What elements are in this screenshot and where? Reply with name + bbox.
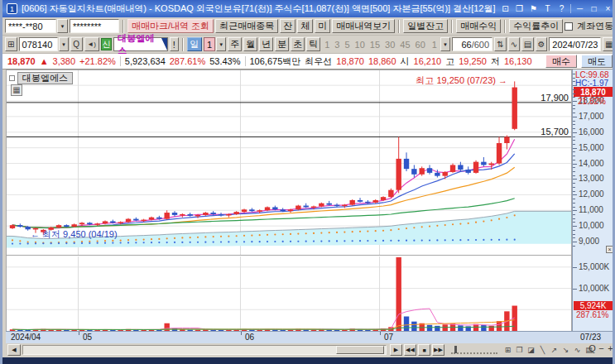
date-input[interactable]: 2024/07/23	[549, 37, 601, 51]
magnifier-icon[interactable]: Q	[589, 343, 596, 353]
rewind-button[interactable]: ◀◀	[404, 344, 416, 356]
minimize-button[interactable]: ─	[574, 4, 585, 13]
axis-tick-label: 9,000	[579, 237, 599, 246]
minute-button-2: 5	[342, 40, 352, 50]
wave-icon[interactable]: ∿	[508, 37, 521, 51]
close-button[interactable]: ×	[603, 4, 613, 13]
axis-tick	[573, 230, 575, 231]
cascade-icon[interactable]: ❐	[514, 4, 525, 13]
trade-profit-button[interactable]: 매매수익	[456, 19, 501, 33]
axis-tick	[573, 222, 575, 223]
undock-icon[interactable]: ⊡	[500, 4, 511, 13]
zoom-out-button[interactable]: −	[598, 343, 605, 353]
zoom-slider-handle[interactable]	[454, 346, 457, 353]
period-button-3[interactable]: 분	[275, 37, 289, 51]
yield-trend-button[interactable]: 수익률추이	[509, 19, 563, 33]
axis-tick	[573, 218, 575, 219]
bar-count-input[interactable]: 66/600	[452, 37, 492, 51]
volume-ratio-badge: 287.61%	[576, 310, 608, 319]
axis-tick-label: 15,000	[579, 143, 604, 152]
trade-history-button[interactable]: 매매내역보기	[332, 19, 395, 33]
trade-mark-query-button[interactable]: 매매마크/내역 조회	[127, 19, 214, 33]
period-button-1[interactable]: 월	[243, 37, 257, 51]
window-mini-icon[interactable]: ⊞	[5, 37, 17, 51]
divider	[398, 20, 400, 33]
font-icon[interactable]: T	[542, 4, 553, 13]
password-input[interactable]: ********	[70, 19, 119, 33]
help-icon[interactable]: ?	[556, 4, 567, 13]
chart-tab-label: 대봉엘에스	[17, 72, 73, 84]
divider	[245, 56, 246, 66]
unfilled-button[interactable]: 미	[315, 19, 330, 33]
period-count-combo[interactable]: 1	[204, 37, 216, 51]
open-label: 시	[401, 55, 410, 68]
settings-icon[interactable]: ⚙	[536, 37, 548, 51]
trade-amount: 106,675백만	[250, 55, 301, 68]
axis-tick	[573, 203, 575, 204]
cascade-icon[interactable]: ❐	[514, 343, 525, 356]
compare-icon[interactable]: ⇅	[494, 37, 507, 51]
account-link-checkbox[interactable]	[565, 22, 573, 31]
candlestick-chart[interactable]	[6, 69, 572, 331]
app-window: 1 [0606] 자동일지차트(매매내역) - KOSDAQ 외국인보유[71(…	[0, 0, 615, 364]
axis-tick	[573, 148, 577, 149]
axis-tick	[573, 246, 575, 247]
pane-add-icon[interactable]: ⊞	[502, 343, 513, 356]
code-dropdown-icon[interactable]: ▼	[59, 37, 69, 51]
calendar-icon[interactable]: ▦	[603, 37, 615, 51]
stop-button[interactable]: ■	[418, 344, 430, 356]
axis-tick	[573, 117, 577, 117]
axis-tick	[573, 194, 577, 195]
axis-tick	[573, 89, 575, 90]
sell-button[interactable]: 매도	[581, 55, 613, 68]
zoom-controls: Q − + A	[589, 343, 615, 353]
pane-collapse-icon[interactable]: ×	[606, 246, 613, 253]
minute-button-4: 15	[368, 40, 382, 50]
wave-tool-icon[interactable]: ∿	[572, 343, 583, 356]
stock-name-box[interactable]: 대봉엘에스	[113, 37, 167, 51]
pin-icon[interactable]: ⚑	[528, 4, 539, 13]
trend-down-icon[interactable]: ↘	[560, 343, 571, 356]
axis-tick	[573, 199, 575, 199]
price-axis-panel: LC:99.68 HC:-1.97 18,870 21.82% 5,924K 2…	[572, 69, 614, 331]
period-button-4[interactable]: 초	[291, 37, 305, 51]
recent-trades-button[interactable]: 최근매매종목	[215, 19, 278, 33]
filled-button[interactable]: 체	[297, 19, 313, 33]
stock-code-input[interactable]: 078140	[19, 37, 59, 51]
save-icon[interactable]: ▤	[521, 37, 534, 51]
search-icon[interactable]: Q	[70, 37, 83, 51]
area-chart-icon[interactable]: ◪	[526, 343, 536, 356]
high-annotation: 최고 19,250 (07/23) →	[367, 74, 507, 87]
zoom-in-button[interactable]: +	[607, 343, 614, 353]
zoom-slider[interactable]	[451, 346, 497, 354]
account-input[interactable]: ****-**80	[5, 19, 56, 33]
daily-balance-button[interactable]: 일별잔고	[403, 19, 448, 33]
play-button[interactable]: ▶	[390, 344, 402, 356]
scrollbar-thumb[interactable]	[336, 346, 384, 354]
chart-scrollbar[interactable]	[22, 345, 387, 355]
price-change: 3,380	[53, 56, 76, 66]
speaker-icon[interactable]: ◄)	[84, 37, 99, 51]
axis-tick	[573, 128, 575, 129]
chart-tab[interactable]: 대봉엘에스	[9, 72, 73, 84]
alert-button[interactable]: !	[170, 37, 179, 51]
indicator-grid-icon[interactable]: ▦	[11, 84, 22, 96]
account-dropdown-icon[interactable]: ▼	[57, 19, 68, 33]
maximize-button[interactable]: □	[589, 4, 599, 13]
trend-up-icon[interactable]: ↗	[549, 343, 560, 356]
buy-button[interactable]: 매수	[545, 55, 577, 68]
period-day-button[interactable]: 일	[187, 37, 202, 51]
trendline-icon[interactable]: ╲	[537, 343, 548, 356]
scroll-left-button[interactable]: ◀	[7, 344, 21, 356]
balance-button[interactable]: 잔	[280, 19, 295, 33]
period-button-5[interactable]: 틱	[306, 37, 320, 51]
window-bottom-border	[2, 357, 615, 364]
axis-tick	[573, 93, 575, 94]
period-button-2[interactable]: 년	[259, 37, 273, 51]
axis-tick-label: 13,000	[579, 174, 604, 183]
fast-forward-button[interactable]: ▶▶	[432, 344, 444, 356]
date-tick	[241, 332, 242, 335]
axis-tick	[573, 121, 575, 122]
period-count-dropdown-icon[interactable]: ▼	[216, 37, 226, 51]
period-button-0[interactable]: 주	[228, 37, 242, 51]
